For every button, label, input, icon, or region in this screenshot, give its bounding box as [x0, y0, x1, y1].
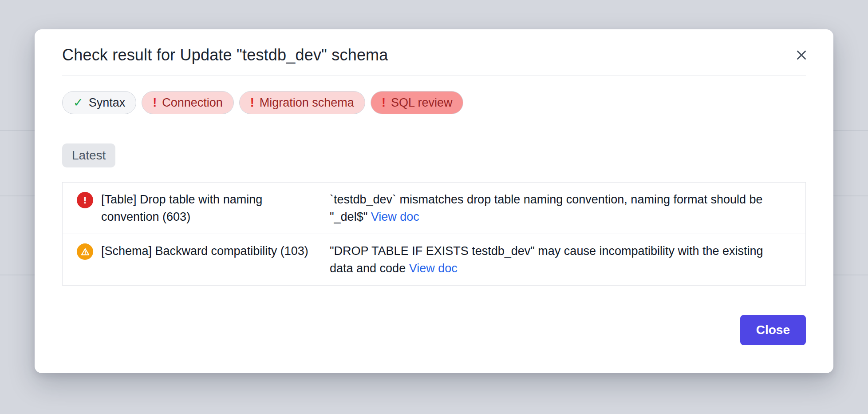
view-doc-link[interactable]: View doc	[409, 262, 458, 275]
tab-label: Connection	[162, 96, 223, 110]
dialog-header: Check result for Update "testdb_dev" sch…	[62, 45, 806, 65]
view-doc-link[interactable]: View doc	[371, 210, 419, 223]
warning-icon	[77, 243, 93, 260]
rule-message: "DROP TABLE IF EXISTS testdb_dev" may ca…	[330, 243, 773, 277]
tab-migration-schema[interactable]: ! Migration schema	[239, 91, 365, 114]
rule-title: [Schema] Backward compatibility (103)	[101, 243, 312, 260]
check-icon: ✓	[73, 97, 83, 109]
tab-sql-review[interactable]: ! SQL review	[371, 91, 464, 114]
rule-title: [Table] Drop table with naming conventio…	[101, 191, 312, 225]
tab-label: Migration schema	[260, 96, 354, 110]
table-row: [Table] Drop table with naming conventio…	[63, 183, 805, 234]
tab-syntax[interactable]: ✓ Syntax	[62, 91, 136, 114]
check-result-dialog: Check result for Update "testdb_dev" sch…	[35, 29, 833, 373]
close-button[interactable]: Close	[740, 315, 806, 345]
tab-connection[interactable]: ! Connection	[142, 91, 234, 114]
check-status-tabs: ✓ Syntax ! Connection ! Migration schema…	[62, 91, 806, 114]
dialog-footer: Close	[62, 315, 806, 345]
error-icon	[77, 192, 93, 208]
exclamation-icon: !	[382, 97, 386, 109]
tab-label: Syntax	[89, 96, 126, 110]
tab-label: SQL review	[391, 96, 453, 110]
close-icon[interactable]	[793, 46, 810, 64]
exclamation-icon: !	[250, 97, 254, 109]
rule-message: `testdb_dev` mismatches drop table namin…	[330, 191, 773, 225]
exclamation-icon: !	[153, 97, 157, 109]
check-results-table: [Table] Drop table with naming conventio…	[62, 182, 806, 286]
x-icon	[794, 48, 809, 63]
rule-message-text: "DROP TABLE IF EXISTS testdb_dev" may ca…	[330, 244, 763, 275]
table-row: [Schema] Backward compatibility (103) "D…	[63, 234, 805, 285]
version-badge-latest: Latest	[62, 143, 115, 167]
dialog-title: Check result for Update "testdb_dev" sch…	[62, 45, 388, 65]
header-divider	[62, 76, 806, 76]
